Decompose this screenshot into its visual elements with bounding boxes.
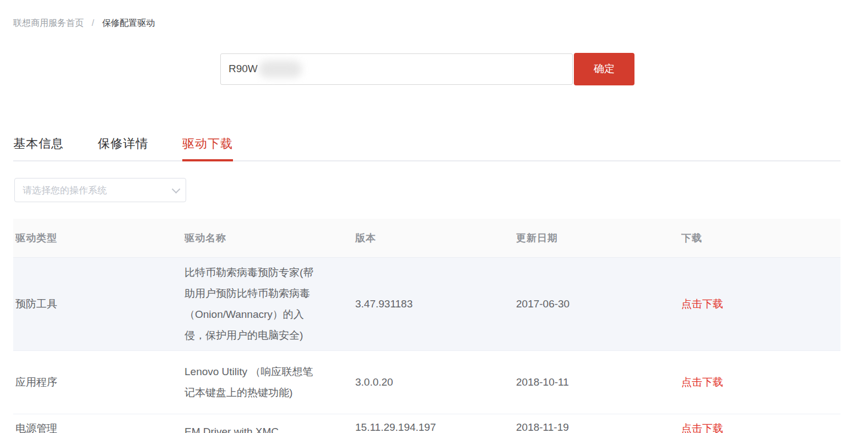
driver-update-date: 2017-06-30 bbox=[516, 298, 681, 310]
driver-type: 电源管理 bbox=[13, 421, 185, 433]
driver-version: 3.47.931183 bbox=[355, 298, 516, 310]
column-header-update-date: 更新日期 bbox=[516, 231, 681, 245]
driver-table-header: 驱动类型 驱动名称 版本 更新日期 下载 bbox=[13, 219, 840, 258]
driver-type: 应用程序 bbox=[13, 375, 185, 389]
column-header-download: 下载 bbox=[681, 231, 840, 245]
table-row: 应用程序 Lenovo Utility （响应联想笔记本键盘上的热键功能) 3.… bbox=[13, 351, 840, 414]
detail-tabs: 基本信息 保修详情 驱动下载 bbox=[13, 136, 840, 161]
table-row: 电源管理 EM Driver with XMC 15.11.29.194.197… bbox=[13, 414, 840, 433]
driver-name: Lenovo Utility （响应联想笔记本键盘上的热键功能) bbox=[185, 361, 355, 403]
breadcrumb: 联想商用服务首页 / 保修配置驱动 bbox=[13, 18, 868, 28]
download-link[interactable]: 点击下载 bbox=[681, 298, 723, 310]
breadcrumb-current-page: 保修配置驱动 bbox=[102, 18, 155, 28]
driver-update-date: 2018-11-19 bbox=[516, 421, 681, 433]
tab-basic-info[interactable]: 基本信息 bbox=[13, 136, 64, 160]
os-select-dropdown[interactable]: 请选择您的操作系统 bbox=[14, 178, 186, 202]
chevron-down-icon bbox=[172, 185, 181, 193]
breadcrumb-home-link[interactable]: 联想商用服务首页 bbox=[13, 18, 84, 28]
breadcrumb-separator: / bbox=[91, 18, 94, 28]
column-header-driver-name: 驱动名称 bbox=[185, 231, 355, 245]
column-header-driver-type: 驱动类型 bbox=[13, 231, 185, 245]
serial-search-bar: 确定 bbox=[220, 52, 868, 85]
column-header-version: 版本 bbox=[355, 231, 516, 245]
driver-type: 预防工具 bbox=[13, 297, 185, 311]
table-row: 预防工具 比特币勒索病毒预防专家(帮助用户预防比特币勒索病毒（Onion/Wan… bbox=[13, 258, 840, 351]
driver-update-date: 2018-10-11 bbox=[516, 376, 681, 388]
download-link[interactable]: 点击下载 bbox=[681, 376, 723, 388]
driver-name: 比特币勒索病毒预防专家(帮助用户预防比特币勒索病毒（Onion/Wannacry… bbox=[185, 262, 355, 346]
os-select-placeholder: 请选择您的操作系统 bbox=[23, 184, 107, 197]
tab-warranty-details[interactable]: 保修详情 bbox=[97, 136, 148, 160]
confirm-button[interactable]: 确定 bbox=[574, 53, 634, 85]
download-link[interactable]: 点击下载 bbox=[681, 423, 723, 433]
driver-name: EM Driver with XMC bbox=[185, 421, 355, 433]
tab-driver-download[interactable]: 驱动下载 bbox=[182, 136, 233, 160]
serial-number-input[interactable] bbox=[220, 53, 573, 85]
driver-version: 15.11.29.194.197 bbox=[355, 421, 516, 433]
driver-table: 驱动类型 驱动名称 版本 更新日期 下载 预防工具 比特币勒索病毒预防专家(帮助… bbox=[13, 219, 840, 433]
driver-version: 3.0.0.20 bbox=[355, 376, 516, 388]
